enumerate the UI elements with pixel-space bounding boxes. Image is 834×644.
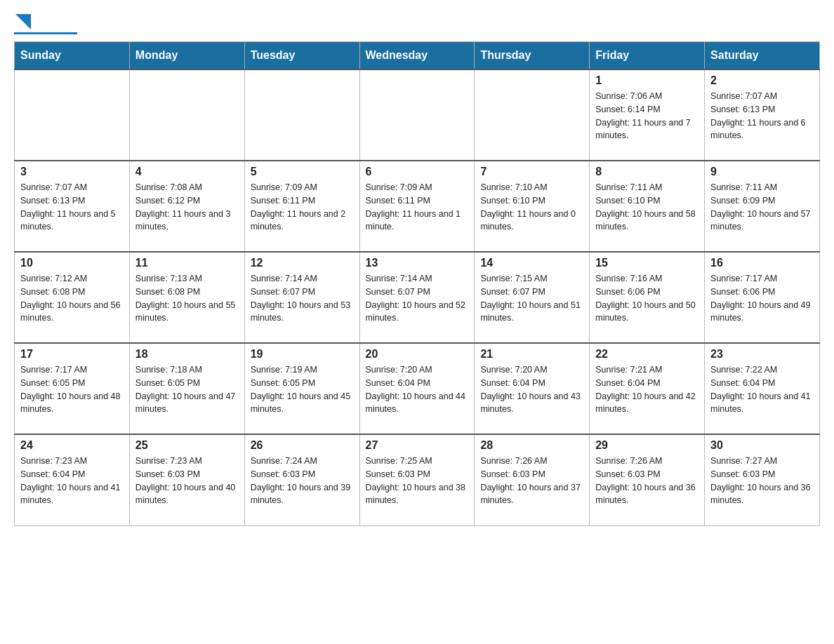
day-info: Sunrise: 7:23 AM Sunset: 6:03 PM Dayligh… — [135, 455, 239, 507]
calendar-cell: 23Sunrise: 7:22 AM Sunset: 6:04 PM Dayli… — [705, 343, 820, 434]
calendar-table: SundayMondayTuesdayWednesdayThursdayFrid… — [14, 41, 820, 526]
calendar-cell: 16Sunrise: 7:17 AM Sunset: 6:06 PM Dayli… — [705, 252, 820, 343]
day-info: Sunrise: 7:18 AM Sunset: 6:05 PM Dayligh… — [135, 363, 239, 416]
day-of-week-header: Monday — [129, 42, 244, 70]
calendar-cell: 10Sunrise: 7:12 AM Sunset: 6:08 PM Dayli… — [15, 252, 130, 343]
calendar-cell: 20Sunrise: 7:20 AM Sunset: 6:04 PM Dayli… — [359, 343, 475, 434]
day-info: Sunrise: 7:06 AM Sunset: 6:14 PM Dayligh… — [595, 90, 699, 142]
calendar-cell — [129, 69, 244, 161]
calendar-cell: 5Sunrise: 7:09 AM Sunset: 6:11 PM Daylig… — [244, 161, 359, 252]
day-info: Sunrise: 7:14 AM Sunset: 6:07 PM Dayligh… — [251, 272, 354, 325]
calendar-body: 1Sunrise: 7:06 AM Sunset: 6:14 PM Daylig… — [15, 69, 820, 525]
calendar-cell: 6Sunrise: 7:09 AM Sunset: 6:11 PM Daylig… — [359, 161, 475, 252]
calendar-cell: 17Sunrise: 7:17 AM Sunset: 6:05 PM Dayli… — [15, 343, 130, 434]
day-number: 22 — [595, 348, 699, 361]
calendar-cell: 8Sunrise: 7:11 AM Sunset: 6:10 PM Daylig… — [590, 161, 705, 252]
calendar-header-row: SundayMondayTuesdayWednesdayThursdayFrid… — [15, 42, 820, 70]
day-info: Sunrise: 7:26 AM Sunset: 6:03 PM Dayligh… — [480, 455, 583, 507]
day-number: 28 — [480, 439, 583, 452]
day-info: Sunrise: 7:09 AM Sunset: 6:11 PM Dayligh… — [366, 181, 469, 234]
day-number: 12 — [251, 257, 354, 269]
day-info: Sunrise: 7:25 AM Sunset: 6:03 PM Dayligh… — [366, 455, 469, 507]
day-info: Sunrise: 7:12 AM Sunset: 6:08 PM Dayligh… — [20, 272, 124, 325]
calendar-week-row: 1Sunrise: 7:06 AM Sunset: 6:14 PM Daylig… — [15, 69, 820, 161]
calendar-cell: 27Sunrise: 7:25 AM Sunset: 6:03 PM Dayli… — [359, 434, 475, 525]
day-info: Sunrise: 7:08 AM Sunset: 6:12 PM Dayligh… — [135, 181, 239, 234]
day-info: Sunrise: 7:11 AM Sunset: 6:10 PM Dayligh… — [595, 181, 699, 234]
calendar-cell: 7Sunrise: 7:10 AM Sunset: 6:10 PM Daylig… — [475, 161, 590, 252]
logo-underline — [14, 32, 77, 34]
calendar-week-row: 3Sunrise: 7:07 AM Sunset: 6:13 PM Daylig… — [15, 161, 820, 252]
calendar-cell: 13Sunrise: 7:14 AM Sunset: 6:07 PM Dayli… — [359, 252, 475, 343]
day-info: Sunrise: 7:27 AM Sunset: 6:03 PM Dayligh… — [710, 455, 814, 507]
day-of-week-header: Saturday — [705, 42, 820, 70]
day-info: Sunrise: 7:24 AM Sunset: 6:03 PM Dayligh… — [251, 455, 354, 507]
day-info: Sunrise: 7:13 AM Sunset: 6:08 PM Dayligh… — [135, 272, 239, 325]
logo-triangle-icon — [15, 14, 31, 29]
calendar-cell: 12Sunrise: 7:14 AM Sunset: 6:07 PM Dayli… — [244, 252, 359, 343]
day-of-week-header: Sunday — [15, 42, 130, 70]
day-info: Sunrise: 7:15 AM Sunset: 6:07 PM Dayligh… — [480, 272, 583, 325]
day-number: 19 — [251, 348, 354, 361]
calendar-cell: 21Sunrise: 7:20 AM Sunset: 6:04 PM Dayli… — [475, 343, 590, 434]
day-number: 21 — [480, 348, 583, 361]
calendar-cell: 11Sunrise: 7:13 AM Sunset: 6:08 PM Dayli… — [129, 252, 244, 343]
calendar-cell: 25Sunrise: 7:23 AM Sunset: 6:03 PM Dayli… — [129, 434, 244, 525]
day-number: 15 — [595, 257, 699, 269]
day-info: Sunrise: 7:16 AM Sunset: 6:06 PM Dayligh… — [595, 272, 699, 325]
day-info: Sunrise: 7:09 AM Sunset: 6:11 PM Dayligh… — [251, 181, 354, 234]
day-info: Sunrise: 7:22 AM Sunset: 6:04 PM Dayligh… — [710, 363, 814, 416]
day-info: Sunrise: 7:17 AM Sunset: 6:05 PM Dayligh… — [20, 363, 124, 416]
day-number: 26 — [251, 439, 354, 452]
day-number: 17 — [20, 348, 124, 361]
day-number: 29 — [595, 439, 699, 452]
day-number: 1 — [595, 74, 699, 87]
day-number: 27 — [366, 439, 469, 452]
day-of-week-header: Friday — [590, 42, 705, 70]
day-info: Sunrise: 7:17 AM Sunset: 6:06 PM Dayligh… — [710, 272, 814, 325]
day-info: Sunrise: 7:19 AM Sunset: 6:05 PM Dayligh… — [251, 363, 354, 416]
calendar-cell: 2Sunrise: 7:07 AM Sunset: 6:13 PM Daylig… — [705, 69, 820, 161]
logo — [14, 14, 80, 34]
calendar-cell: 30Sunrise: 7:27 AM Sunset: 6:03 PM Dayli… — [705, 434, 820, 525]
calendar-cell: 22Sunrise: 7:21 AM Sunset: 6:04 PM Dayli… — [590, 343, 705, 434]
calendar-cell: 4Sunrise: 7:08 AM Sunset: 6:12 PM Daylig… — [129, 161, 244, 252]
day-info: Sunrise: 7:21 AM Sunset: 6:04 PM Dayligh… — [595, 363, 699, 416]
calendar-week-row: 17Sunrise: 7:17 AM Sunset: 6:05 PM Dayli… — [15, 343, 820, 434]
calendar-cell: 19Sunrise: 7:19 AM Sunset: 6:05 PM Dayli… — [244, 343, 359, 434]
day-number: 16 — [710, 257, 814, 269]
svg-marker-0 — [15, 14, 31, 29]
calendar-week-row: 24Sunrise: 7:23 AM Sunset: 6:04 PM Dayli… — [15, 434, 820, 525]
day-info: Sunrise: 7:20 AM Sunset: 6:04 PM Dayligh… — [480, 363, 583, 416]
day-number: 11 — [135, 257, 239, 269]
calendar-cell: 26Sunrise: 7:24 AM Sunset: 6:03 PM Dayli… — [244, 434, 359, 525]
day-number: 4 — [135, 166, 239, 178]
day-number: 7 — [480, 166, 583, 178]
day-number: 25 — [135, 439, 239, 452]
day-of-week-header: Thursday — [475, 42, 590, 70]
day-info: Sunrise: 7:20 AM Sunset: 6:04 PM Dayligh… — [366, 363, 469, 416]
calendar-cell: 24Sunrise: 7:23 AM Sunset: 6:04 PM Dayli… — [15, 434, 130, 525]
calendar-cell — [244, 69, 359, 161]
day-of-week-header: Tuesday — [244, 42, 359, 70]
day-info: Sunrise: 7:11 AM Sunset: 6:09 PM Dayligh… — [710, 181, 814, 234]
day-number: 13 — [366, 257, 469, 269]
calendar-cell: 15Sunrise: 7:16 AM Sunset: 6:06 PM Dayli… — [590, 252, 705, 343]
day-number: 14 — [480, 257, 583, 269]
day-info: Sunrise: 7:07 AM Sunset: 6:13 PM Dayligh… — [20, 181, 124, 234]
calendar-cell: 18Sunrise: 7:18 AM Sunset: 6:05 PM Dayli… — [129, 343, 244, 434]
calendar-cell: 28Sunrise: 7:26 AM Sunset: 6:03 PM Dayli… — [475, 434, 590, 525]
calendar-cell — [359, 69, 475, 161]
day-info: Sunrise: 7:23 AM Sunset: 6:04 PM Dayligh… — [20, 455, 124, 507]
calendar-week-row: 10Sunrise: 7:12 AM Sunset: 6:08 PM Dayli… — [15, 252, 820, 343]
day-of-week-header: Wednesday — [359, 42, 475, 70]
calendar-cell — [15, 69, 130, 161]
calendar-cell: 1Sunrise: 7:06 AM Sunset: 6:14 PM Daylig… — [590, 69, 705, 161]
day-number: 5 — [251, 166, 354, 178]
calendar-cell: 14Sunrise: 7:15 AM Sunset: 6:07 PM Dayli… — [475, 252, 590, 343]
day-info: Sunrise: 7:26 AM Sunset: 6:03 PM Dayligh… — [595, 455, 699, 507]
day-number: 24 — [20, 439, 124, 452]
calendar-cell — [475, 69, 590, 161]
day-number: 23 — [710, 348, 814, 361]
calendar-cell: 3Sunrise: 7:07 AM Sunset: 6:13 PM Daylig… — [15, 161, 130, 252]
